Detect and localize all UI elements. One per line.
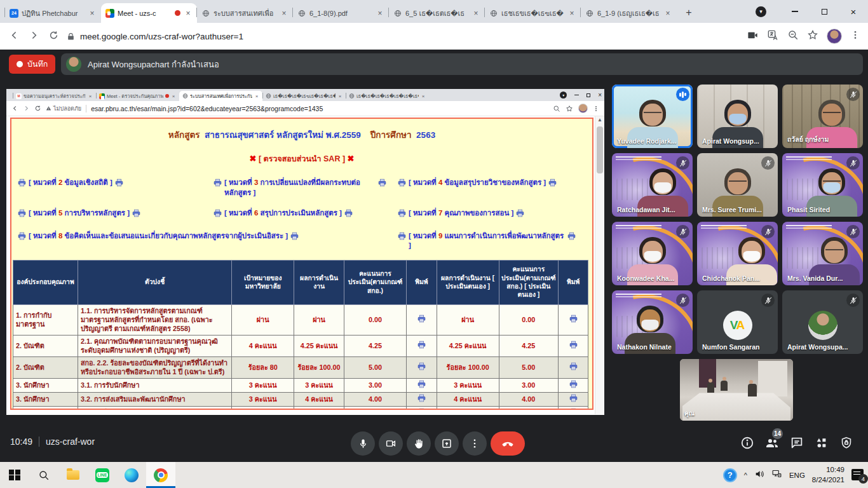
participant-tile[interactable]: ถวัลย์ ฤกษ์งาม: [782, 85, 863, 148]
print-cell[interactable]: [406, 392, 437, 406]
section-link[interactable]: [ หมวดที่ 2 ข้อมูลเชิงสถิติ ]: [18, 178, 214, 198]
file-explorer-button[interactable]: [58, 462, 88, 488]
printer-icon[interactable]: [516, 209, 524, 220]
maximize-button[interactable]: [810, 0, 839, 23]
tab-close-icon[interactable]: ×: [88, 9, 97, 18]
participant-tile[interactable]: Apirat Wongsup...: [697, 85, 778, 148]
participant-tile[interactable]: Mrs. Suree Trumi...: [697, 153, 778, 217]
section-link-label[interactable]: [ หมวดที่ 6 สรุปการประเมินหลักสูตร ]: [224, 208, 342, 219]
section-link[interactable]: [ หมวดที่ 6 สรุปการประเมินหลักสูตร ]: [214, 208, 398, 220]
camera-button[interactable]: [379, 431, 403, 456]
printer-icon[interactable]: [214, 179, 222, 190]
tab-close-icon[interactable]: ×: [184, 9, 193, 18]
taskbar-clock[interactable]: 10:49 8/24/2021: [812, 465, 844, 485]
browser-tab[interactable]: 24ปฏิทิน Phetchabur×: [5, 3, 101, 23]
profile-avatar[interactable]: [827, 29, 842, 44]
print-cell[interactable]: [406, 378, 437, 392]
printer-icon[interactable]: [18, 179, 26, 190]
participant-tile[interactable]: Apirat Wongsupa...: [782, 290, 863, 354]
printer-icon[interactable]: [398, 232, 406, 243]
printer-icon[interactable]: [398, 209, 406, 220]
section-link[interactable]: [ หมวดที่ 4 ข้อมูลสรุปรายวิชาของหลักสูตร…: [398, 178, 588, 198]
printer-icon[interactable]: [18, 232, 26, 243]
print-cell[interactable]: [406, 406, 437, 410]
scrollbar-thumb[interactable]: [597, 126, 603, 173]
shared-browser-tab[interactable]: เธ�เธ�เธ�เธ�เธ�เธ�เธ�เธ�×: [346, 91, 429, 101]
omnibox[interactable]: meet.google.com/uzs-craf-wor?authuser=1: [67, 32, 747, 41]
participant-tile[interactable]: VANumfon Sangaran: [697, 290, 778, 354]
tab-close-icon[interactable]: ×: [337, 93, 342, 99]
translate-icon[interactable]: [767, 29, 779, 44]
printer-icon[interactable]: [344, 209, 353, 220]
print-cell[interactable]: [406, 304, 437, 335]
participant-tile[interactable]: Phasit Sirited: [782, 153, 863, 217]
section-link-label[interactable]: [ หมวดที่ 2 ข้อมูลเชิงสถิติ ]: [29, 178, 112, 188]
tab-close-icon[interactable]: ×: [376, 9, 384, 18]
tab-close-icon[interactable]: ×: [421, 93, 426, 99]
language-indicator[interactable]: ENG: [789, 471, 805, 479]
printer-icon[interactable]: [115, 179, 123, 190]
section-link[interactable]: [ หมวดที่ 8 ข้อคิดเห็นและข้อเสนอแนะเกี่ย…: [18, 231, 398, 251]
tab-close-icon[interactable]: ×: [567, 9, 576, 18]
new-tab-button[interactable]: +: [681, 4, 697, 21]
tab-close-icon[interactable]: ×: [471, 9, 480, 18]
section-link-label[interactable]: [ หมวดที่ 9 แผนการดำเนินการเพื่อพัฒนาหลั…: [409, 231, 565, 251]
printer-icon[interactable]: [398, 179, 406, 190]
browser-tab[interactable]: 6_1-8(9).pdf×: [293, 3, 389, 23]
shared-browser-tab[interactable]: Mขอความอนุเคราะห์ตรวจประกันคุณภาพ×: [13, 91, 96, 101]
browser-menu-icon[interactable]: [850, 30, 860, 43]
tab-close-icon[interactable]: ×: [88, 93, 93, 99]
network-icon[interactable]: [771, 468, 782, 482]
participant-tile[interactable]: Mrs. Vanida Dur...: [782, 222, 863, 285]
self-view-video[interactable]: คุณ: [680, 359, 793, 421]
page-scrollbar[interactable]: ▲: [595, 116, 604, 414]
print-cell[interactable]: [559, 392, 588, 406]
edge-button[interactable]: [117, 462, 146, 488]
chrome-button[interactable]: [146, 462, 175, 488]
shared-browser-tab[interactable]: Meet - ตรวจประกันคุณภาพหลักสูตร×: [96, 91, 179, 101]
section-link[interactable]: [ หมวดที่ 5 การบริหารหลักสูตร ]: [18, 208, 214, 220]
show-hidden-icons-button[interactable]: ^: [744, 471, 747, 479]
section-link-label[interactable]: [ หมวดที่ 3 การเปลี่ยนแปลงที่มีผลกระทบต่…: [224, 178, 376, 198]
section-link[interactable]: [ หมวดที่ 3 การเปลี่ยนแปลงที่มีผลกระทบต่…: [214, 178, 398, 198]
back-button[interactable]: [9, 30, 20, 43]
bookmark-star-icon[interactable]: [807, 29, 818, 43]
shared-browser-tab[interactable]: เธ�เธ�เธ�เธฃเธ�เธ�เธ�เธ�×: [262, 91, 346, 101]
participant-tile[interactable]: Koonwadee Kha...: [612, 222, 693, 285]
start-button[interactable]: [0, 462, 29, 488]
printer-icon[interactable]: [548, 179, 557, 190]
raise-hand-button[interactable]: [407, 431, 431, 456]
print-cell[interactable]: [559, 335, 588, 356]
participant-tile[interactable]: Yuvadee Rodjark...: [612, 85, 693, 148]
participant-tile[interactable]: Ratchadawan Jit...: [612, 153, 693, 217]
mic-button[interactable]: [351, 431, 375, 456]
browser-tab[interactable]: 6_5 เธ�เธตเธ�เธ×: [389, 3, 485, 23]
print-cell[interactable]: [559, 304, 588, 335]
close-button[interactable]: ×: [839, 0, 868, 23]
printer-icon[interactable]: [378, 179, 386, 190]
tab-close-icon[interactable]: ×: [171, 93, 176, 99]
print-cell[interactable]: [559, 378, 588, 392]
line-app-button[interactable]: LINE: [88, 462, 117, 488]
browser-tab[interactable]: ระบบสารสนเทศเพื่อ×: [197, 3, 293, 23]
extension-icon[interactable]: ▾: [756, 6, 766, 17]
printer-icon[interactable]: [18, 209, 26, 220]
section-link[interactable]: [ หมวดที่ 9 แผนการดำเนินการเพื่อพัฒนาหลั…: [398, 231, 588, 251]
tab-close-icon[interactable]: ×: [254, 93, 259, 99]
notification-center-button[interactable]: 4: [851, 469, 865, 482]
reload-button[interactable]: [48, 30, 59, 43]
help-icon[interactable]: ?: [723, 468, 737, 482]
browser-tab[interactable]: 6_1-9 (เธญเธเธ�เธ×: [581, 3, 677, 23]
browser-tab[interactable]: เธชเธขเธ�เธฃเธ�×: [485, 3, 581, 23]
tab-close-icon[interactable]: ×: [280, 9, 288, 18]
printer-icon[interactable]: [132, 209, 140, 220]
minimize-button[interactable]: [780, 0, 810, 23]
volume-icon[interactable]: [754, 469, 764, 482]
section-link-label[interactable]: [ หมวดที่ 8 ข้อคิดเห็นและข้อเสนอแนะเกี่ย…: [29, 231, 288, 241]
print-cell[interactable]: [559, 406, 588, 410]
participant-tile[interactable]: Nathakon Nilnate: [612, 290, 693, 354]
zoom-icon[interactable]: [787, 29, 799, 43]
taskbar-search-button[interactable]: [29, 462, 58, 488]
print-cell[interactable]: [406, 335, 437, 356]
sar-check-link[interactable]: ✖ [ ตรวจสอบส่วนนำ SAR ] ✖: [11, 152, 592, 165]
